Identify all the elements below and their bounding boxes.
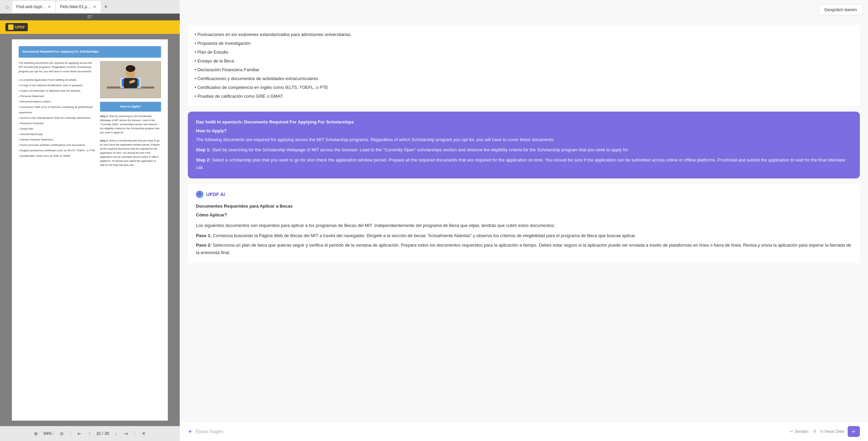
ai-messages[interactable]: Puntuaciones en los exámenes estandariza… (180, 19, 868, 422)
pdf-toolbar: ⊕ 94% - ⊖ ⇤ ↑ 10 / 30 ↓ ⇥ ✕ (0, 426, 180, 441)
how-to-apply-heading: How to Apply? (100, 102, 161, 112)
page-indicator: 07 (0, 14, 180, 20)
doc-title-box: Documents Required For Applying For Scho… (19, 46, 161, 58)
updf-logo: UPDF (5, 23, 28, 31)
list-item: Extra-curricular activities certificatio… (19, 142, 95, 148)
tab-close-1[interactable]: × (47, 4, 51, 9)
page-info: 10 / 30 (96, 431, 109, 436)
ai-header: Gespräch leeren (180, 0, 868, 19)
zoom-in-button[interactable]: ⊕ (33, 429, 39, 438)
response-step1: Paso 1: Comienza buscando la Página Web … (196, 232, 852, 239)
list-item: A complete Application Form fulfilling a… (19, 77, 95, 83)
ai-panel: Gespräch leeren Puntuaciones en los exám… (180, 0, 868, 441)
action-new-line[interactable]: ↻ Neue Zeile (820, 429, 844, 434)
list-item: Curriculum Vitae (CV) or Resume containi… (19, 104, 95, 115)
action-undo[interactable]: ↺ (813, 429, 816, 434)
tab-find-and-apply[interactable]: Find-and-Appl... × (12, 1, 56, 13)
ai-sparkle-icon: ✦ (188, 428, 192, 435)
updf-ai-response: UPDF AI Documentos Requeridos para Aplic… (188, 184, 860, 263)
zoom-out-button[interactable]: ⊖ (58, 429, 65, 438)
bubble-step2: Step 2: Select a scholarship plan that y… (196, 156, 852, 171)
divider (135, 430, 135, 437)
list-item: Qualification Tests such as GRE or GMAT. (19, 153, 95, 159)
bullet-item: Puntuaciones en los exámenes estandariza… (195, 30, 853, 39)
updf-logo-icon (8, 24, 14, 30)
list-item: Recommendation Letters (19, 99, 95, 104)
list-item: Scores in the Standardized Tests for uni… (19, 115, 95, 121)
list-item: Copies of transcripts or diplomas that a… (19, 88, 95, 94)
step2-text: Select a scholarship plan that you want … (196, 157, 845, 170)
pdf-steps: Step 1: Start by searching for the Schol… (100, 114, 161, 167)
updf-header: UPDF (0, 20, 180, 34)
pdf-content-area[interactable]: Documents Required For Applying For Scho… (0, 34, 180, 426)
tab-label: Find-and-Appl... (16, 4, 45, 9)
tab-bar: ⌂ Find-and-Appl... × Pets-New-01.p... × … (0, 0, 180, 14)
list-item: A copy of the national identification ca… (19, 83, 95, 88)
pdf-image (100, 61, 161, 98)
prev-page-button[interactable]: ↑ (87, 429, 92, 438)
step2-label: Step 2: (196, 157, 211, 162)
response-intro: Los siguientes documentos son requeridos… (196, 222, 852, 229)
next-page-button[interactable]: ↓ (113, 429, 118, 438)
bullet-item: Certificados de competencia en inglés co… (195, 83, 853, 92)
updf-ai-label: UPDF AI (206, 191, 225, 199)
close-button[interactable]: ✕ (140, 429, 147, 438)
ai-input-area: ✦ ↵ Senden ↺ ↻ Neue Zeile ↵ (180, 422, 868, 441)
response-subheading: Cómo Aplicar? (196, 211, 852, 219)
tab-label: Pets-New-01.p... (60, 4, 90, 9)
home-button[interactable]: ⌂ (3, 2, 12, 12)
new-tab-button[interactable]: + (101, 2, 111, 12)
list-item: English proficiency certificates such as… (19, 148, 95, 153)
step1-text: Start by searching for the Scholarship W… (211, 147, 629, 152)
updf-ai-response-header: UPDF AI (196, 191, 852, 199)
bullet-item: Plan de Estudio (195, 48, 853, 57)
tab-pets-new[interactable]: Pets-New-01.p... × (56, 1, 101, 13)
svg-point-7 (126, 65, 135, 72)
pdf-intro: The following documents are required for… (19, 61, 95, 74)
bullet-item: Declaración Financiera Familiar (195, 65, 853, 74)
paso1-text: Comienza buscando la Página Web de Becas… (212, 233, 636, 238)
response-heading: Documentos Requeridos para Aplicar a Bec… (196, 203, 852, 210)
response-step2: Paso 2: Selecciona un plan de beca que q… (196, 242, 852, 256)
ai-send-button[interactable]: ↵ (848, 426, 860, 437)
bubble-heading2: How to Apply? (196, 127, 852, 135)
updf-ai-icon (196, 191, 203, 198)
bullet-item: Ensayo de la Beca (195, 57, 853, 65)
step1-label: Step 1: (196, 147, 211, 152)
last-page-button[interactable]: ⇥ (122, 429, 129, 438)
divider (71, 430, 71, 437)
paso2-text: Selecciona un plan de beca que quieras s… (196, 243, 851, 255)
bullet-item: Certificaciones y documentos de activida… (195, 74, 853, 83)
bullet-list-message: Puntuaciones en los exámenes estandariza… (188, 25, 860, 106)
list-item: Scholarship Essay (19, 132, 95, 137)
list-item: Personal Statement (19, 94, 95, 99)
bubble-intro: The following documents are required for… (196, 136, 852, 143)
list-item: Family Financial Statement (19, 137, 95, 142)
list-item: Research Proposal (19, 121, 95, 126)
bullet-item: Pruebas de calificación como GRE o GMAT. (195, 92, 853, 101)
paso1-label: Paso 1: (196, 233, 212, 238)
bubble-heading1: Das heißt in spanisch: Documents Require… (196, 118, 852, 126)
purple-response-bubble: Das heißt in spanisch: Documents Require… (188, 112, 860, 178)
list-item: Study Plan (19, 126, 95, 132)
first-page-button[interactable]: ⇤ (76, 429, 83, 438)
tab-close-2[interactable]: × (93, 4, 97, 9)
pdf-page: Documents Required For Applying For Scho… (12, 39, 168, 421)
bullet-item: Propuesta de Investigación (195, 39, 853, 48)
ai-chat-input[interactable] (196, 429, 787, 434)
bubble-step1: Step 1: Start by searching for the Schol… (196, 146, 852, 154)
zoom-level: 94% - (43, 431, 54, 436)
pdf-viewer: ⌂ Find-and-Appl... × Pets-New-01.p... × … (0, 0, 180, 441)
pdf-doc-list: A complete Application Form fulfilling a… (19, 77, 95, 159)
clear-chat-button[interactable]: Gespräch leeren (818, 4, 863, 15)
send-label: ↵ Senden (790, 429, 809, 434)
ai-input-actions: ↵ Senden ↺ ↻ Neue Zeile (790, 429, 844, 434)
paso2-label: Paso 2: (196, 243, 212, 248)
svg-point-9 (198, 192, 202, 196)
